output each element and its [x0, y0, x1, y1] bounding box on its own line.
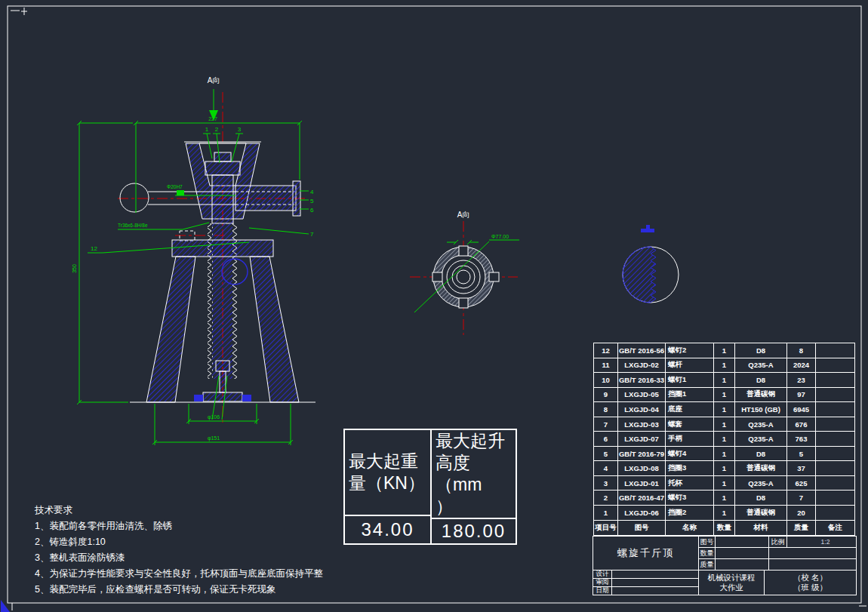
view-a-arrow-label: A向: [208, 76, 220, 85]
bom-cell-name: 螺钉2: [666, 343, 714, 358]
title-block: 螺旋千斤顶 图号 数量 质量 比例 1:2 设计 审阅 日期 机械设计课程 大作…: [593, 536, 857, 595]
bom-cell-mass: 2024: [787, 358, 816, 374]
course-line1: 机械设计课程: [708, 573, 756, 583]
bom-header-name: 名称: [666, 521, 714, 536]
bom-cell-no: 2: [594, 491, 618, 506]
dim-inner-diameter: φ106: [208, 414, 220, 420]
bom-cell-mass: 8: [787, 343, 816, 358]
balloon-5: 5: [310, 198, 314, 205]
bom-cell-name: 螺钉3: [666, 491, 714, 506]
bom-cell-note: [816, 491, 854, 506]
bom-cell-note: [816, 417, 854, 432]
bom-cell-material: Q235-A: [735, 476, 787, 491]
technical-requirements: 技术要求 1、装配前各零件用油清洗、除锈 2、铸造斜度1:10 3、整机表面涂防…: [35, 503, 323, 598]
main-assembly-view: [118, 92, 315, 424]
label-qty: 数量: [699, 548, 716, 559]
bom-cell-material: Q235-A: [735, 417, 787, 432]
bom-cell-qty: 1: [714, 447, 735, 462]
bom-cell-note: [816, 461, 854, 476]
bom-header-mass: 质量: [787, 521, 816, 536]
thread-section-view: [623, 225, 679, 303]
label-drawing-no: 图号: [699, 537, 716, 548]
bom-cell-qty: 1: [714, 358, 735, 374]
value-drawing-no: [716, 537, 769, 548]
bom-cell-no: 4: [594, 461, 618, 476]
label-mass: 质量: [699, 559, 716, 570]
bom-cell-note: [816, 506, 854, 521]
bom-cell-no: 12: [594, 343, 618, 358]
bom-cell-name: 手柄: [666, 432, 714, 447]
balloon-12: 12: [91, 245, 97, 252]
value-mass: [716, 559, 769, 570]
bom-cell-qty: 1: [714, 373, 735, 388]
empty-cell: [769, 548, 856, 559]
spec-col-lift-height: 最大起升 高度（mm ） 180.00: [430, 430, 516, 543]
bom-cell-qty: 1: [714, 432, 735, 447]
course-name: 机械设计课程 大作业: [699, 570, 765, 595]
bom-cell-no: 5: [594, 447, 618, 462]
bom-cell-note: [816, 373, 854, 388]
bom-cell-code: LXGJD-06: [618, 506, 666, 521]
thread-spec-label: Tr36x6-8H/8e: [118, 223, 148, 228]
bom-cell-name: 托杯: [666, 476, 714, 491]
bom-cell-no: 1: [594, 506, 618, 521]
bom-cell-material: D8: [735, 373, 787, 388]
drawing-sheet[interactable]: A向 227 350 1 2 3 4 5 6: [0, 0, 868, 612]
bom-cell-code: GB/T 2016-56: [618, 343, 666, 358]
section-view-a: A向 Φ77.00: [410, 211, 519, 335]
handle-fit-label: Φ20H7: [167, 184, 183, 189]
spec-col-lift-capacity: 最大起重 量（KN） 34.00: [345, 430, 430, 543]
tech-req-item: 1、装配前各零件用油清洗、除锈: [35, 518, 323, 534]
bom-cell-code: LXGJD-05: [618, 388, 666, 403]
bom-cell-qty: 1: [714, 343, 735, 358]
bom-cell-no: 7: [594, 417, 618, 432]
bom-cell-mass: 97: [787, 388, 816, 403]
bom-cell-material: D8: [735, 491, 787, 506]
bom-cell-note: [816, 476, 854, 491]
balloon-7: 7: [310, 231, 314, 238]
value-date: [612, 587, 699, 595]
bom-cell-material: D8: [735, 447, 787, 462]
bom-cell-code: LXGJD-02: [618, 358, 666, 374]
bom-cell-name: 挡圈2: [666, 506, 714, 521]
bom-cell-material: Q235-A: [735, 432, 787, 447]
bom-cell-qty: 1: [714, 388, 735, 403]
part-name: 螺旋千斤顶: [593, 537, 699, 570]
bom-cell-note: [816, 388, 854, 403]
bom-cell-mass: 625: [787, 476, 816, 491]
bom-cell-name: 螺套: [666, 417, 714, 432]
label-date: 日期: [593, 587, 612, 595]
bom-cell-name: 底座: [666, 402, 714, 417]
balloon-4: 4: [310, 189, 314, 195]
bom-cell-no: 3: [594, 476, 618, 491]
bom-cell-mass: 37: [787, 461, 816, 476]
balloon-6: 6: [310, 207, 314, 214]
bom-cell-code: LXGJD-04: [618, 402, 666, 417]
bom-cell-qty: 1: [714, 491, 735, 506]
balloon-2: 2: [215, 126, 219, 133]
bom-cell-note: [816, 432, 854, 447]
course-line2: 大作业: [719, 583, 743, 592]
bom-cell-name: 螺钉4: [666, 447, 714, 462]
bom-cell-name: 挡圈1: [666, 388, 714, 403]
bom-header-no: 项目号: [594, 521, 618, 536]
bom-cell-no: 8: [594, 402, 618, 417]
section-mark-icon: [641, 225, 654, 232]
bom-cell-no: 6: [594, 432, 618, 447]
empty-cell: [769, 559, 856, 570]
bom-cell-mass: 5: [787, 447, 816, 462]
bom-cell-qty: 1: [714, 506, 735, 521]
value-design: [612, 570, 699, 579]
tech-req-title: 技术要求: [35, 503, 323, 518]
bom-cell-qty: 1: [714, 417, 735, 432]
bom-cell-material: D8: [735, 343, 787, 358]
value-scale: 1:2: [787, 537, 856, 548]
tech-req-item: 4、为保证力学性能要求与安全性良好，托杯顶面与底座底面保持平整: [35, 566, 323, 582]
spec-header-capacity: 最大起重 量（KN）: [345, 430, 430, 515]
bom-cell-code: GB/T 2016-33: [618, 373, 666, 388]
bom-cell-mass: 7: [787, 491, 816, 506]
school-name: （校 名）: [793, 573, 827, 583]
bom-cell-code: LXGJD-03: [618, 417, 666, 432]
bom-cell-note: [816, 402, 854, 417]
bom-cell-note: [816, 358, 854, 374]
